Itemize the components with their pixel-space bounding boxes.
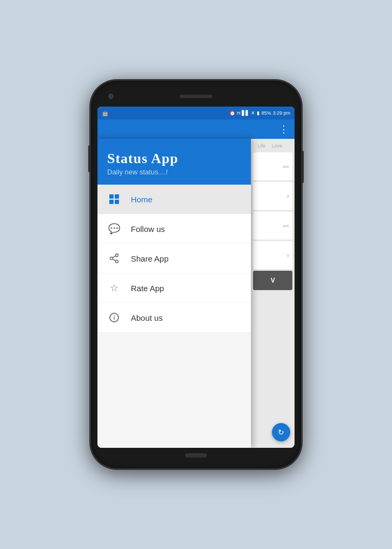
peek-card-text-2: d	[287, 194, 289, 199]
home-button[interactable]	[185, 453, 207, 458]
follow-icon: 💬	[107, 222, 121, 236]
drawer-title: Status App	[107, 151, 241, 167]
rate-icon-container: ☆	[107, 281, 121, 295]
battery-icon: ▮	[257, 110, 260, 116]
peek-card-3: are	[253, 212, 292, 240]
status-right: ⏰ H ▋▋ ✕ ▮ 85% 3:29 pm	[229, 110, 290, 116]
home-icon	[107, 192, 121, 206]
grid-icon	[109, 194, 119, 204]
tab-love[interactable]: Love	[270, 142, 285, 150]
time-display: 3:29 pm	[272, 110, 290, 116]
menu-item-follow[interactable]: 💬 Follow us	[97, 214, 251, 244]
peek-card-2: d	[253, 182, 292, 210]
app-notification-icon: 🤖	[102, 110, 108, 116]
peek-card-text-3: are	[283, 223, 289, 228]
drawer-subtitle: Daily new status....!	[107, 168, 241, 176]
menu-label-follow: Follow us	[131, 224, 165, 234]
about-icon-container: i	[107, 311, 121, 325]
menu-item-home[interactable]: Home	[97, 185, 251, 214]
wifi-off-icon: ✕	[251, 110, 255, 116]
main-content-peek: Life Love are d are d ↻ V	[251, 139, 295, 448]
tab-row: Life Love	[253, 141, 292, 151]
chat-bubble-icon: 💬	[108, 223, 120, 235]
share-icon	[109, 253, 120, 264]
menu-label-about: About us	[131, 313, 163, 322]
menu-item-share[interactable]: Share App	[97, 244, 251, 273]
phone-screen: 🤖 ⏰ H ▋▋ ✕ ▮ 85% 3:29 pm ⋮ Status App D	[97, 107, 295, 448]
screen-content: Status App Daily new status....! Home	[97, 139, 295, 448]
peek-card-text-1: are	[283, 164, 289, 169]
speaker	[180, 95, 212, 98]
tab-life[interactable]: Life	[255, 142, 268, 150]
battery-percent: 85%	[261, 110, 271, 116]
svg-point-2	[116, 260, 118, 263]
svg-line-4	[113, 256, 116, 257]
menu-label-rate: Rate App	[131, 284, 164, 293]
front-camera	[108, 94, 114, 99]
svg-line-3	[113, 259, 116, 261]
alarm-icon: ⏰	[229, 110, 235, 116]
star-icon: ☆	[110, 282, 118, 294]
info-icon: i	[109, 313, 119, 322]
drawer-menu: Home 💬 Follow us	[97, 185, 251, 448]
phone-top-bar	[97, 88, 295, 104]
signal-bars: ▋▋	[242, 110, 249, 116]
status-bar: 🤖 ⏰ H ▋▋ ✕ ▮ 85% 3:29 pm	[97, 107, 295, 119]
phone-device: 🤖 ⏰ H ▋▋ ✕ ▮ 85% 3:29 pm ⋮ Status App D	[91, 81, 301, 468]
navigation-drawer: Status App Daily new status....! Home	[97, 139, 251, 448]
menu-item-rate[interactable]: ☆ Rate App	[97, 273, 251, 303]
network-icon: H	[237, 110, 241, 116]
peek-card-4: d	[253, 241, 292, 269]
menu-label-share: Share App	[131, 254, 169, 263]
svg-point-0	[116, 254, 118, 257]
menu-item-about[interactable]: i About us	[97, 303, 251, 333]
share-icon-container	[107, 251, 121, 265]
sensor	[278, 94, 284, 99]
fab-button[interactable]: ↻	[272, 423, 290, 441]
menu-label-home: Home	[131, 195, 152, 204]
status-left: 🤖	[102, 110, 108, 116]
more-options-icon[interactable]: ⋮	[279, 124, 289, 134]
peek-card-1: are	[253, 152, 292, 180]
drawer-header: Status App Daily new status....!	[97, 139, 251, 185]
svg-point-1	[110, 257, 113, 260]
peek-card-text-4: d	[287, 253, 289, 258]
app-bar: ⋮	[97, 119, 295, 139]
phone-bottom-bar	[97, 450, 295, 461]
peek-bottom-card: V	[253, 271, 292, 290]
